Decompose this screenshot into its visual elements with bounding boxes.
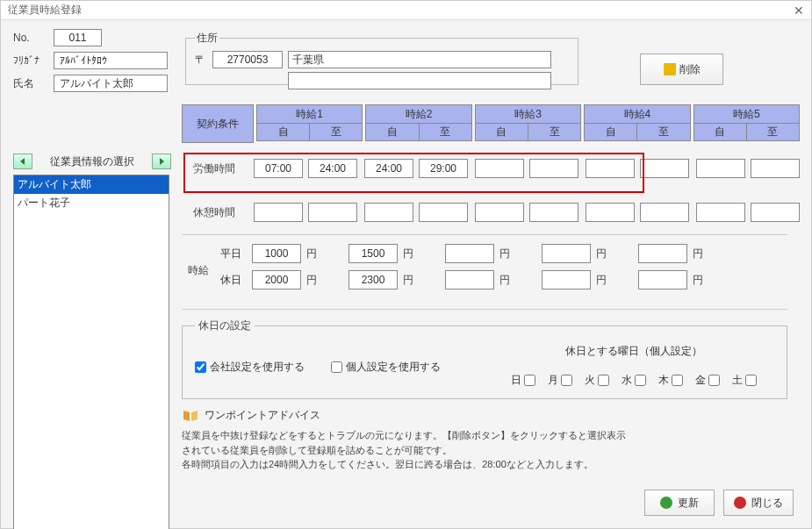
titlebar: 従業員時給登録 ✕ xyxy=(1,1,811,20)
work-time-row: 労働時間 07:0024:00 24:0029:00 xyxy=(182,159,800,178)
no-field[interactable]: 011 xyxy=(54,29,102,46)
break-from-5[interactable] xyxy=(696,203,745,222)
work-from-3[interactable] xyxy=(475,159,524,178)
wage-weekday-2[interactable]: 1500 xyxy=(349,244,398,263)
address-group: 住所 〒 2770053 千葉県 xyxy=(185,31,578,85)
wage-holiday-1[interactable]: 2000 xyxy=(252,270,301,290)
advice-text: 従業員を中抜け登録などをするとトラブルの元になります。【削除ボタン】をクリックす… xyxy=(182,428,629,472)
delete-icon xyxy=(664,63,676,75)
day-sat[interactable]: 土 xyxy=(732,373,757,388)
book-icon xyxy=(182,409,199,423)
list-item[interactable]: アルバイト太郎 xyxy=(14,175,169,194)
wage-weekday-3[interactable] xyxy=(445,244,494,263)
break-to-3[interactable] xyxy=(529,203,578,222)
work-to-5[interactable] xyxy=(751,159,800,178)
day-mon[interactable]: 月 xyxy=(548,373,572,388)
no-label: No. xyxy=(13,32,48,44)
delete-button[interactable]: 削除 xyxy=(640,54,723,85)
update-button[interactable]: 更新 xyxy=(644,490,715,516)
break-to-1[interactable] xyxy=(308,203,357,222)
break-from-4[interactable] xyxy=(586,203,635,222)
close-red-icon xyxy=(734,497,746,509)
work-from-1[interactable]: 07:00 xyxy=(254,159,303,178)
employee-info: No. 011 ﾌﾘｶﾞﾅ ｱﾙﾊﾞｲﾄﾀﾛｳ 氏名 アルバイト太郎 従業員情報… xyxy=(13,29,171,529)
name-label: 氏名 xyxy=(13,76,48,91)
employee-select-label: 従業員情報の選択 xyxy=(38,154,147,169)
address-line2[interactable] xyxy=(288,72,551,89)
day-wed[interactable]: 水 xyxy=(622,373,646,388)
work-from-5[interactable] xyxy=(696,159,745,178)
work-to-3[interactable] xyxy=(529,159,578,178)
list-item[interactable]: パート花子 xyxy=(14,194,169,212)
day-checkboxes: 日 月 火 水 木 金 土 xyxy=(493,373,774,388)
close-button[interactable]: 閉じる xyxy=(723,490,794,516)
bottom-buttons: 更新 閉じる xyxy=(644,490,794,516)
holiday-settings: 休日の設定 会社設定を使用する 個人設定を使用する 休日とする曜日（個人設定） xyxy=(182,318,787,399)
wage-col-5: 時給5 自 至 xyxy=(693,104,800,143)
break-from-2[interactable] xyxy=(364,203,413,222)
day-fri[interactable]: 金 xyxy=(695,373,720,388)
day-thu[interactable]: 木 xyxy=(658,373,683,388)
break-time-row: 休憩時間 xyxy=(182,203,800,222)
refresh-icon xyxy=(660,497,672,509)
furigana-field[interactable]: ｱﾙﾊﾞｲﾄﾀﾛｳ xyxy=(54,52,168,69)
wage-col-3: 時給3 自 至 xyxy=(475,104,581,143)
wage-weekday-row: 平日 1000円 1500円 円 円 円 xyxy=(215,244,703,263)
wage-weekday-4[interactable] xyxy=(542,244,591,263)
next-employee-button[interactable] xyxy=(152,154,171,169)
address-line1[interactable]: 千葉県 xyxy=(288,51,551,68)
zip-field[interactable]: 2770053 xyxy=(212,51,283,68)
main-panel: 契約条件 時給1 自 至 時給2 自 至 時給3 自 至 xyxy=(182,104,800,472)
window-title: 従業員時給登録 xyxy=(8,3,82,18)
break-to-2[interactable] xyxy=(419,203,468,222)
wage-weekday-5[interactable] xyxy=(638,244,687,263)
work-from-4[interactable] xyxy=(586,159,635,178)
work-from-2[interactable]: 24:00 xyxy=(364,159,413,178)
use-company-checkbox[interactable]: 会社設定を使用する xyxy=(195,360,305,375)
wage-col-1: 時給1 自 至 xyxy=(256,104,363,143)
break-from-1[interactable] xyxy=(254,203,303,222)
work-to-4[interactable] xyxy=(640,159,689,178)
wage-holiday-2[interactable]: 2300 xyxy=(349,270,398,290)
wage-weekday-1[interactable]: 1000 xyxy=(252,244,301,263)
wage-holiday-5[interactable] xyxy=(638,270,687,290)
postal-mark: 〒 xyxy=(195,53,207,68)
employee-select: 従業員情報の選択 アルバイト太郎 パート花子 xyxy=(13,154,171,529)
contract-header: 契約条件 xyxy=(182,104,254,143)
wage-holiday-3[interactable] xyxy=(445,270,494,290)
break-to-4[interactable] xyxy=(640,203,689,222)
day-sun[interactable]: 日 xyxy=(511,373,535,388)
break-from-3[interactable] xyxy=(475,203,524,222)
work-to-1[interactable]: 24:00 xyxy=(308,159,357,178)
advice-header: ワンポイントアドバイス xyxy=(182,408,800,423)
work-to-2[interactable]: 29:00 xyxy=(419,159,468,178)
close-icon[interactable]: ✕ xyxy=(794,4,804,18)
prev-employee-button[interactable] xyxy=(13,154,32,169)
address-legend: 住所 xyxy=(195,31,219,46)
wage-col-4: 時給4 自 至 xyxy=(584,104,690,143)
divider xyxy=(182,309,787,310)
wage-side-label: 時給 xyxy=(182,263,215,278)
name-field[interactable]: アルバイト太郎 xyxy=(54,75,168,92)
wage-col-2: 時給2 自 至 xyxy=(365,104,471,143)
employee-list[interactable]: アルバイト太郎 パート花子 xyxy=(13,175,169,529)
wage-holiday-4[interactable] xyxy=(542,270,591,290)
header-row: 契約条件 時給1 自 至 時給2 自 至 時給3 自 至 xyxy=(182,104,800,143)
use-personal-checkbox[interactable]: 個人設定を使用する xyxy=(331,360,441,375)
break-to-5[interactable] xyxy=(751,203,800,222)
app-window: 従業員時給登録 ✕ No. 011 ﾌﾘｶﾞﾅ ｱﾙﾊﾞｲﾄﾀﾛｳ 氏名 アルバ… xyxy=(0,0,812,529)
divider xyxy=(182,234,787,235)
furigana-label: ﾌﾘｶﾞﾅ xyxy=(13,54,48,67)
wage-holiday-row: 休日 2000円 2300円 円 円 円 xyxy=(215,270,703,290)
day-tue[interactable]: 火 xyxy=(585,373,609,388)
